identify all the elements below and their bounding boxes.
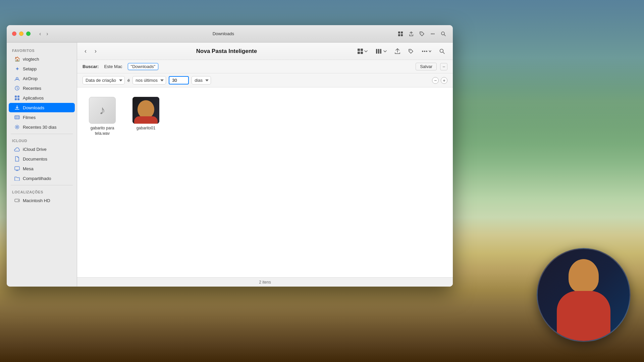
sidebar-item-downloads[interactable]: Downloads — [9, 103, 75, 112]
search-button[interactable] — [439, 30, 447, 38]
svg-rect-2 — [398, 34, 400, 36]
items-count: 2 itens — [259, 280, 271, 285]
sidebar-divider-1 — [11, 134, 73, 134]
svg-point-16 — [16, 126, 18, 128]
filter-add-button[interactable]: + — [441, 77, 447, 84]
sidebar-item-recentes[interactable]: Recentes — [9, 83, 75, 93]
sidebar-item-label: AirDrop — [23, 76, 38, 81]
svg-point-28 — [422, 51, 423, 52]
content-toolbar: ‹ › Nova Pasta Inteligente — [77, 43, 453, 60]
shared-folder-icon — [14, 175, 20, 181]
column-view-button[interactable] — [373, 47, 389, 56]
gear-icon — [14, 124, 20, 130]
sidebar-item-mesa[interactable]: Mesa — [9, 164, 75, 173]
video-thumbnail — [132, 97, 159, 124]
finder-window: ‹ › Downloads — [7, 25, 453, 287]
sidebar-item-label: Recentes — [23, 86, 41, 91]
sidebar-item-documentos[interactable]: Documentos — [9, 154, 75, 164]
sidebar-item-macintosh-hd[interactable]: Macintosh HD — [9, 196, 75, 205]
svg-rect-12 — [17, 96, 19, 98]
back-button[interactable]: ‹ — [37, 29, 43, 38]
music-note-icon: ♪ — [99, 103, 105, 117]
sidebar-item-label: Aplicativos — [23, 96, 44, 101]
close-button[interactable] — [12, 32, 16, 36]
minimize-button[interactable] — [19, 32, 23, 36]
value-input[interactable] — [169, 76, 189, 84]
share-button[interactable] — [407, 30, 415, 38]
sidebar-item-filmes[interactable]: Filmes — [9, 113, 75, 122]
smart-folder-title: Nova Pasta Inteligente — [103, 48, 351, 55]
svg-rect-11 — [15, 96, 17, 98]
svg-point-7 — [434, 33, 435, 34]
save-button[interactable]: Salvar — [416, 63, 437, 70]
scope-este-mac-button[interactable]: Este Mac — [102, 63, 124, 70]
sidebar-item-label: iCloud Drive — [23, 147, 47, 152]
tag-button[interactable] — [418, 30, 426, 38]
files-grid: ♪ gabarito paratela.wav gabarito01 — [77, 87, 453, 277]
svg-rect-24 — [376, 49, 377, 54]
scope-downloads-badge[interactable]: "Downloads" — [128, 63, 159, 70]
downloads-icon — [14, 105, 20, 111]
svg-rect-3 — [401, 34, 403, 36]
tag-action-button[interactable] — [406, 47, 416, 56]
sidebar-item-vlogtech[interactable]: 🏠 vlogtech — [9, 54, 75, 64]
sidebar-item-recentes30[interactable]: Recentes 30 dias — [9, 122, 75, 132]
svg-rect-14 — [17, 98, 19, 100]
svg-rect-20 — [358, 49, 360, 51]
view-toggle-button[interactable] — [396, 30, 405, 38]
airdrop-icon — [14, 75, 20, 81]
svg-rect-21 — [361, 49, 363, 51]
svg-rect-17 — [15, 167, 19, 170]
svg-rect-0 — [398, 32, 400, 34]
more-button[interactable] — [429, 30, 437, 38]
video-thumb-face — [138, 100, 154, 119]
sidebar-item-label: Filmes — [23, 115, 36, 120]
svg-rect-13 — [15, 98, 17, 100]
unit-select[interactable]: dias — [192, 76, 211, 84]
sidebar-item-aplicativos[interactable]: Aplicativos — [9, 93, 75, 103]
clock-icon — [14, 85, 20, 91]
share-action-button[interactable] — [392, 47, 403, 56]
sidebar-item-label: Recentes 30 dias — [23, 125, 56, 130]
icloud-section-title: iCloud — [7, 137, 77, 144]
sidebar-item-setapp[interactable]: ✦ Setapp — [9, 64, 75, 73]
nav-buttons: ‹ › — [37, 29, 50, 38]
forward-button[interactable]: › — [44, 29, 50, 38]
grid-view-button[interactable] — [355, 47, 370, 56]
video-thumb-body — [134, 116, 158, 124]
sidebar-item-airdrop[interactable]: AirDrop — [9, 74, 75, 83]
filter-remove-button[interactable]: − — [432, 77, 439, 84]
toolbar-actions — [396, 30, 447, 38]
filter-buttons: − + — [432, 77, 447, 84]
criterion-select[interactable]: Data de criação — [83, 76, 125, 84]
window-title: Downloads — [54, 31, 392, 36]
svg-point-5 — [431, 33, 432, 34]
search-action-button[interactable] — [437, 47, 447, 56]
apps-icon — [14, 95, 20, 101]
svg-rect-22 — [358, 52, 360, 54]
sidebar-item-label: vlogtech — [23, 57, 39, 62]
finder-body: Favoritos 🏠 vlogtech ✦ Setapp — [7, 43, 453, 287]
buscar-label: Buscar: — [83, 64, 99, 69]
sidebar-item-label: Mesa — [23, 166, 34, 171]
file-item-gabarito-wav[interactable]: ♪ gabarito paratela.wav — [84, 94, 121, 139]
sidebar-item-icloud-drive[interactable]: iCloud Drive — [9, 144, 75, 154]
svg-rect-15 — [15, 116, 19, 119]
maximize-button[interactable] — [26, 32, 31, 36]
period-select[interactable]: nos últimos — [132, 76, 166, 84]
person-head — [569, 259, 599, 293]
sidebar-item-label: Downloads — [23, 105, 44, 110]
hard-drive-icon — [14, 197, 20, 203]
filter-row: Data de criação é nos últimos dias − + — [77, 73, 453, 87]
more-action-button[interactable] — [419, 49, 434, 54]
sidebar-item-compartilhado[interactable]: Compartilhado — [9, 174, 75, 183]
favoritos-section-title: Favoritos — [7, 47, 77, 54]
file-name-gabarito-wav: gabarito paratela.wav — [91, 126, 114, 136]
svg-point-19 — [18, 200, 19, 201]
search-remove-button[interactable]: − — [440, 63, 447, 70]
document-icon — [14, 156, 20, 162]
file-item-gabarito01[interactable]: gabarito01 — [127, 94, 164, 134]
forward-nav-button[interactable]: › — [93, 46, 99, 56]
svg-point-6 — [432, 33, 433, 34]
back-nav-button[interactable]: ‹ — [83, 46, 89, 56]
